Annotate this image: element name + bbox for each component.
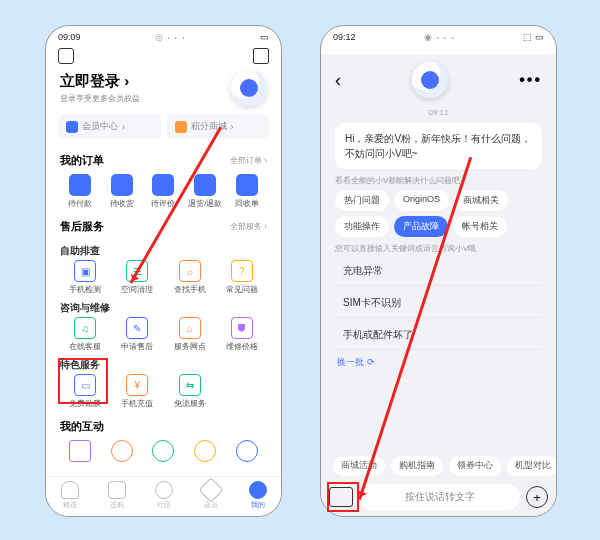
highlight-keyboard [327, 482, 359, 512]
interact-title: 我的互动 [60, 419, 104, 434]
status-bar: 09:12 ◉ ⬪ ⬪ ⬪ ⬚ ▭ [321, 26, 556, 44]
hint-capabilities: 看看全能的小V都能解决什么问题吧~ [335, 175, 542, 186]
orders-title: 我的订单 [60, 153, 104, 168]
faq-broken[interactable]: 手机或配件坏了 [335, 321, 542, 350]
sg-guide[interactable]: 购机指南 [391, 456, 443, 476]
faq[interactable]: ?常见问题 [217, 260, 267, 295]
selfcheck-subtitle: 自助排查 [60, 244, 267, 258]
login-subtitle: 登录享受更多会员权益 [60, 93, 140, 104]
sg-coupon[interactable]: 领券中心 [449, 456, 501, 476]
avatar[interactable] [231, 70, 267, 106]
pill-originos[interactable]: OriginOS [394, 190, 449, 211]
faq-charging[interactable]: 充电异常 [335, 257, 542, 286]
bottom-tabs: 精选 选购 社区 会员 我的 [46, 476, 281, 516]
phone-check[interactable]: ▣手机检测 [60, 260, 110, 295]
online-service[interactable]: ♫在线客服 [60, 317, 110, 352]
repair-price[interactable]: ⛊维修价格 [217, 317, 267, 352]
order-pending-pay[interactable]: 待付款 [60, 174, 100, 209]
refresh-batch[interactable]: 换一批 ⟳ [337, 356, 540, 369]
tab-shop[interactable]: 选购 [93, 481, 140, 510]
phone-profile: 09:09 ◎ ⬪ ⬪ ⬪ ▭ 立即登录 › 登录享受更多会员权益 会员中心 ›… [45, 25, 282, 517]
free-data[interactable]: ⇆免流服务 [165, 374, 215, 409]
chevron-right-icon: › [124, 72, 129, 89]
tab-member[interactable]: 会员 [187, 481, 234, 510]
back-button[interactable]: ‹ [335, 70, 341, 91]
greeting-bubble: Hi，亲爱的V粉，新年快乐！有什么问题，不妨问问小V吧~ [335, 123, 542, 169]
order-pending-receive[interactable]: 待收货 [102, 174, 142, 209]
consult-subtitle: 咨询与维修 [60, 301, 267, 315]
tab-featured[interactable]: 精选 [46, 481, 93, 510]
topic-pills: 热门问题 OriginOS 商城相关 功能操作 产品故障 帐号相关 [335, 190, 542, 237]
member-center-chip[interactable]: 会员中心 › [58, 114, 161, 139]
voice-input[interactable]: 按住说话转文字 [359, 484, 520, 510]
status-bar: 09:09 ◎ ⬪ ⬪ ⬪ ▭ [46, 26, 281, 44]
pill-function[interactable]: 功能操作 [335, 216, 389, 237]
highlight-online-service [58, 358, 108, 404]
plus-button[interactable]: + [526, 486, 548, 508]
sg-activity[interactable]: 商城活动 [333, 456, 385, 476]
bot-avatar [412, 62, 448, 98]
pill-fault[interactable]: 产品故障 [394, 216, 448, 237]
more-button[interactable]: ••• [519, 71, 542, 89]
tab-community[interactable]: 社区 [140, 481, 187, 510]
pill-mall[interactable]: 商城相关 [454, 190, 508, 211]
service-centers[interactable]: ⌂服务网点 [165, 317, 215, 352]
faq-sim[interactable]: SIM卡不识别 [335, 289, 542, 318]
order-recycle[interactable]: 回收单 [227, 174, 267, 209]
timestamp: 09:11 [321, 106, 556, 119]
pill-hot[interactable]: 热门问题 [335, 190, 389, 211]
pill-account[interactable]: 帐号相关 [453, 216, 507, 237]
login-title: 立即登录 [60, 72, 120, 89]
apply-aftersales[interactable]: ✎申请售后 [112, 317, 162, 352]
aftersales-title: 售后服务 [60, 219, 104, 234]
phone-chat: 09:12 ◉ ⬪ ⬪ ⬪ ⬚ ▭ ‹ ••• 09:11 Hi，亲爱的V粉，新… [320, 25, 557, 517]
tab-mine[interactable]: 我的 [234, 481, 281, 510]
suggestion-row: 商城活动 购机指南 领券中心 机型对比 以 [321, 456, 556, 476]
all-orders-link[interactable]: 全部订单 › [230, 155, 267, 166]
topup[interactable]: ¥手机充值 [112, 374, 162, 409]
find-phone[interactable]: ⌕查找手机 [165, 260, 215, 295]
login-block[interactable]: 立即登录 › 登录享受更多会员权益 [46, 68, 281, 108]
orders-grid: 待付款 待收货 待评价 退货/退款 回收单 [60, 174, 267, 209]
top-bar [46, 44, 281, 68]
all-services-link[interactable]: 全部服务 › [230, 221, 267, 232]
settings-icon[interactable] [58, 48, 74, 64]
sg-compare[interactable]: 机型对比 [507, 456, 556, 476]
cart-icon[interactable] [253, 48, 269, 64]
